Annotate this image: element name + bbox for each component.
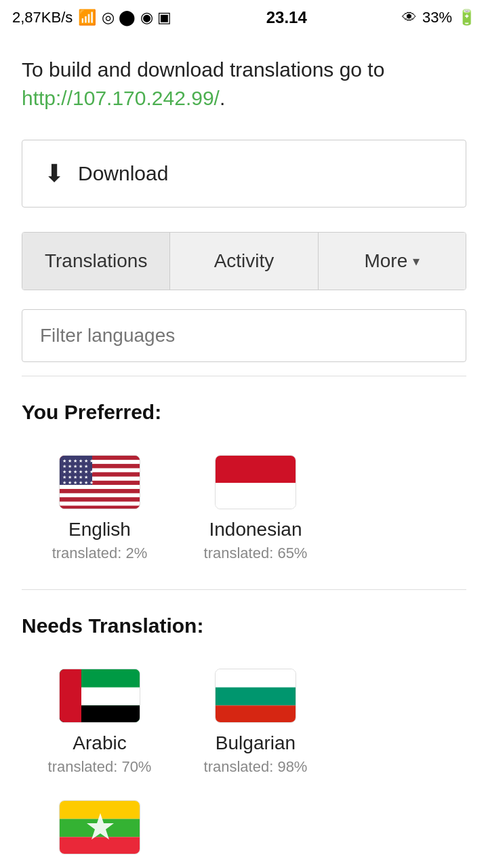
battery-icon: 🔋 xyxy=(458,9,476,26)
lang-item-english[interactable]: ★ ★ ★ ★ ★ ★ ★ ★ ★ ★ ★ ★ ★ ★ ★ ★ ★ ★ ★ ★ … xyxy=(22,444,178,576)
svg-rect-8 xyxy=(60,485,140,489)
svg-rect-13 xyxy=(60,506,140,509)
svg-text:★ ★ ★ ★ ★ ★: ★ ★ ★ ★ ★ ★ xyxy=(62,469,94,474)
svg-text:★ ★ ★ ★ ★ ★: ★ ★ ★ ★ ★ ★ xyxy=(62,480,94,485)
lang-name-english: English xyxy=(68,519,131,540)
flag-indonesian xyxy=(215,455,296,509)
filter-languages-input[interactable] xyxy=(22,309,466,362)
svg-rect-20 xyxy=(216,456,296,483)
divider-top xyxy=(22,376,466,376)
download-icon: ⬇ xyxy=(44,159,64,188)
divider-mid xyxy=(22,589,466,590)
lang-name-bulgarian: Bulgarian xyxy=(216,732,296,754)
tab-activity[interactable]: Activity xyxy=(170,233,318,290)
eye-icon: 👁 xyxy=(402,9,417,26)
status-right: 👁 33% 🔋 xyxy=(402,9,476,26)
svg-rect-9 xyxy=(60,489,140,493)
needs-translation-header: Needs Translation: xyxy=(22,614,466,637)
status-left: 2,87KB/s 📶 ◎ ⬤ ◉ ▣ xyxy=(12,9,171,26)
flag-arabic xyxy=(59,669,140,723)
svg-rect-10 xyxy=(60,493,140,497)
tab-translations[interactable]: Translations xyxy=(22,233,170,290)
tabs-container: Translations Activity More ▾ xyxy=(22,232,466,290)
lang-name-arabic: Arabic xyxy=(73,732,126,754)
preferred-languages-grid: ★ ★ ★ ★ ★ ★ ★ ★ ★ ★ ★ ★ ★ ★ ★ ★ ★ ★ ★ ★ … xyxy=(22,444,466,576)
social-icons: ◎ ⬤ ◉ ▣ xyxy=(102,9,171,26)
chevron-down-icon: ▾ xyxy=(413,253,420,269)
info-text: To build and download translations go to… xyxy=(22,56,466,113)
svg-text:★ ★ ★ ★ ★ ★: ★ ★ ★ ★ ★ ★ xyxy=(62,458,94,463)
svg-rect-12 xyxy=(60,502,140,506)
flag-english: ★ ★ ★ ★ ★ ★ ★ ★ ★ ★ ★ ★ ★ ★ ★ ★ ★ ★ ★ ★ … xyxy=(59,455,140,509)
svg-rect-27 xyxy=(216,669,296,688)
svg-rect-21 xyxy=(216,483,296,509)
svg-rect-11 xyxy=(60,498,140,502)
battery-text: 33% xyxy=(422,9,452,26)
flag-burmese xyxy=(59,800,140,854)
status-bar: 2,87KB/s 📶 ◎ ⬤ ◉ ▣ 23.14 👁 33% 🔋 xyxy=(0,0,488,35)
lang-pct-indonesian: translated: 65% xyxy=(204,545,308,562)
needs-translation-grid: Arabic translated: 70% Bulgarian transla… xyxy=(22,658,466,868)
lang-item-bulgarian[interactable]: Bulgarian translated: 98% xyxy=(178,658,333,789)
svg-text:★ ★ ★ ★ ★: ★ ★ ★ ★ ★ xyxy=(62,464,88,469)
lang-pct-bulgarian: translated: 98% xyxy=(204,758,308,776)
svg-rect-32 xyxy=(60,837,140,854)
lang-name-burmese: Burmese xyxy=(62,864,138,868)
preferred-section-header: You Preferred: xyxy=(22,401,466,424)
download-label: Download xyxy=(78,162,168,185)
tab-more-label: More xyxy=(364,250,407,272)
tab-more[interactable]: More ▾ xyxy=(319,233,466,290)
status-time: 23.14 xyxy=(266,8,307,27)
main-content: To build and download translations go to… xyxy=(0,35,488,868)
lang-pct-english: translated: 2% xyxy=(52,545,148,562)
lang-item-burmese[interactable]: Burmese translated: 0% xyxy=(22,789,178,868)
svg-rect-26 xyxy=(60,669,81,723)
lang-pct-arabic: translated: 70% xyxy=(48,758,152,776)
signal-text: 2,87KB/s xyxy=(12,9,73,26)
lang-name-indonesian: Indonesian xyxy=(209,519,302,540)
svg-rect-28 xyxy=(216,688,296,706)
svg-rect-29 xyxy=(216,705,296,723)
lang-item-indonesian[interactable]: Indonesian translated: 65% xyxy=(178,444,333,576)
download-button[interactable]: ⬇ Download xyxy=(22,140,466,208)
wifi-icon: 📶 xyxy=(78,9,96,26)
svg-text:★ ★ ★ ★ ★: ★ ★ ★ ★ ★ xyxy=(62,475,88,479)
flag-bulgarian xyxy=(215,669,296,723)
info-link[interactable]: http://107.170.242.99/ xyxy=(22,87,220,109)
lang-item-arabic[interactable]: Arabic translated: 70% xyxy=(22,658,178,789)
